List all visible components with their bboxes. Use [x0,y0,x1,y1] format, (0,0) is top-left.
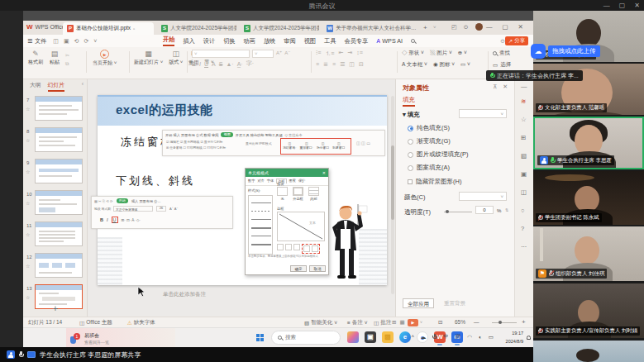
icon-library-button[interactable]: ◉ 图标 ˅ [433,61,455,69]
star-icon[interactable]: ☆ [26,137,30,143]
strip-effects-icon[interactable]: ☆ [521,116,527,123]
picture-button[interactable]: ▧ 图片 ˅ [430,50,452,57]
thumbnail-slide-9[interactable]: 9☆ [25,159,86,187]
add-slide-button[interactable]: + [53,304,58,313]
slides-tab[interactable]: 幻灯片 [48,81,64,92]
opacity-value-input[interactable]: 0 [475,206,494,214]
font-name-select[interactable]: ˅ [192,50,250,58]
minimize-button[interactable]: — [603,2,610,9]
zoom-level[interactable]: 65% [455,319,465,325]
outdent-icon[interactable]: ⇤ [338,50,343,58]
doc-tab-pptx[interactable]: P 基础办公技能培训.pptx ▫ [63,22,154,35]
volume-icon[interactable]: ◐ [479,334,482,340]
canvas-scrollbar[interactable] [391,96,394,294]
select-button[interactable]: 选择 [500,61,511,69]
taskbar-search[interactable]: 搜索 [271,331,341,345]
battery-icon[interactable]: ▭ [489,334,494,341]
wps-close-icon[interactable]: ✕ [518,23,523,31]
play-from-current-button[interactable]: ▶ 当页开始 ˅ [93,50,117,67]
doc-tab-xls-1[interactable]: S 人文学院2024-2025学年团委职… [157,22,236,35]
apply-all-button[interactable]: 全部应用 [403,298,434,308]
thumbnail-slide-10[interactable]: 10☆ [25,190,86,218]
radio-picture-fill[interactable]: 图片或纹理填充(P) [408,150,469,159]
wps-minimize-icon[interactable]: — [486,23,493,31]
participant-tile-4[interactable]: 学生团委副书记 陈永斌 [533,171,644,225]
fill-tab[interactable]: 填充 [403,96,415,107]
participant-tile-5[interactable]: ⚑组织部负责人 刘佳琪 [533,226,644,281]
star-icon[interactable]: ☆ [26,231,30,237]
find-button[interactable]: 查找 [499,50,510,57]
strip-layout-icon[interactable]: ⊞ [521,134,526,141]
tab-slideshow[interactable]: 放映 [264,37,275,45]
text-effect-button[interactable]: 字· [246,60,254,68]
zoom-slider[interactable] [492,322,517,323]
copy-icon[interactable]: ⧉ [65,61,69,67]
strip-properties-icon[interactable]: ≋ [521,98,526,105]
tab-view[interactable]: 视图 [304,37,316,45]
notification-bell-icon[interactable] [527,336,531,340]
panel-collapse-icon[interactable]: ‹ [82,81,83,92]
comments-button[interactable]: ◫批注 [374,319,391,326]
notes-button[interactable]: ≡备注 ˅ [347,319,368,326]
bold-button[interactable]: B [192,61,196,67]
widgets-app-icon[interactable] [347,331,359,343]
font-decrease-icon[interactable]: A⁻ [284,50,290,58]
align-left-icon[interactable]: ≡ [316,61,319,68]
star-icon[interactable]: ☆ [26,169,30,174]
normal-view-icon[interactable]: ⊞ [392,319,396,326]
fill-type-dropdown[interactable]: ˅ [459,109,507,118]
participant-tile-6[interactable]: 实践部主要负责人/宣传部负责人 刘时娟 [533,283,644,338]
tab-review[interactable]: 审阅 [284,37,295,45]
star-icon[interactable]: ☆ [26,106,30,112]
strike-button[interactable]: S [219,61,223,67]
wps-home-tab[interactable]: W WPS Office [26,23,65,31]
font-size-select[interactable]: ˅ [252,50,274,58]
bullet-list-icon[interactable]: ⁝≡ [316,50,321,58]
paste-button[interactable]: ▤ 粘贴 [50,50,60,66]
workspace-icon[interactable]: ◰ [451,24,457,31]
fit-window-icon[interactable]: ⊡ [438,319,442,326]
star-icon[interactable]: ☆ [26,294,30,300]
panel-close-icon[interactable]: ✕ [503,83,508,90]
play-caret-icon[interactable]: ˅ [420,320,422,325]
sorter-view-icon[interactable]: ▦ [399,319,404,326]
new-slide-button[interactable]: ▦ 新建幻灯片 ˅ [134,50,163,76]
upload-tooltip[interactable]: ☁ 拖拽或点此上传 [531,44,600,59]
wps-restore-icon[interactable]: ▢ [503,23,508,31]
beautify-button[interactable]: ▧智能美化 ˅ [304,319,337,326]
maximize-button[interactable]: ▢ [619,2,626,9]
indent-icon[interactable]: ⇥ [347,50,352,58]
columns-icon[interactable]: ◫ [349,61,355,68]
text-direction-icon[interactable]: ⊟ [359,61,364,68]
tab-animation[interactable]: 动画 [244,37,255,45]
tab-transition[interactable]: 切换 [223,37,235,45]
strip-pages-icon[interactable]: ◫ [521,188,527,196]
slideshow-play-button[interactable]: ▶ [408,319,418,326]
cut-icon[interactable]: ✂ [65,52,69,58]
tray-expand-icon[interactable]: ^ [412,334,414,340]
reset-background-button[interactable]: 重置背景 [439,298,470,308]
participant-tile-active-speaker[interactable]: 学生会执行主席 李思霆 [533,117,644,169]
tab-home[interactable]: 开始 [163,36,174,46]
slide-13[interactable]: excel的运用技能 冻结窗格 开始 插入 页面布局 公式 数据 审阅 视图 开… [98,95,387,285]
highlight-color-icon[interactable]: ▲· [226,61,233,67]
doc-tab-doc[interactable]: W 关于举办福州大学人文社会科学… [322,22,418,35]
font-color-icon[interactable]: A̲· [237,61,243,67]
open-icon[interactable]: ◫ [53,38,59,45]
shadow-button[interactable]: A [212,61,216,67]
strip-help-icon[interactable]: ? [521,225,524,232]
color-dropdown[interactable]: ˅ [459,192,507,201]
ime-mode-indicator[interactable]: 拼 [456,333,461,341]
opacity-slider[interactable] [444,212,472,212]
italic-button[interactable]: I [199,61,201,67]
notes-placeholder[interactable]: 单击此处添加备注 [163,291,206,298]
layout-button[interactable]: ◫ 版式 ˅ [169,50,183,76]
media-icon[interactable]: ▭ ˅ [460,61,470,69]
quickbar-caret-icon[interactable]: ˅ [93,38,97,45]
taskbar-clock[interactable]: 19:17 2024/8/9 [506,330,523,346]
radio-solid-fill[interactable]: 纯色填充(S) [408,124,450,132]
tab-design[interactable]: 设计 [203,37,215,45]
star-icon[interactable]: ☆ [26,200,30,206]
tab-insert[interactable]: 插入 [183,37,194,45]
tab-tools[interactable]: 工具 [324,37,336,45]
